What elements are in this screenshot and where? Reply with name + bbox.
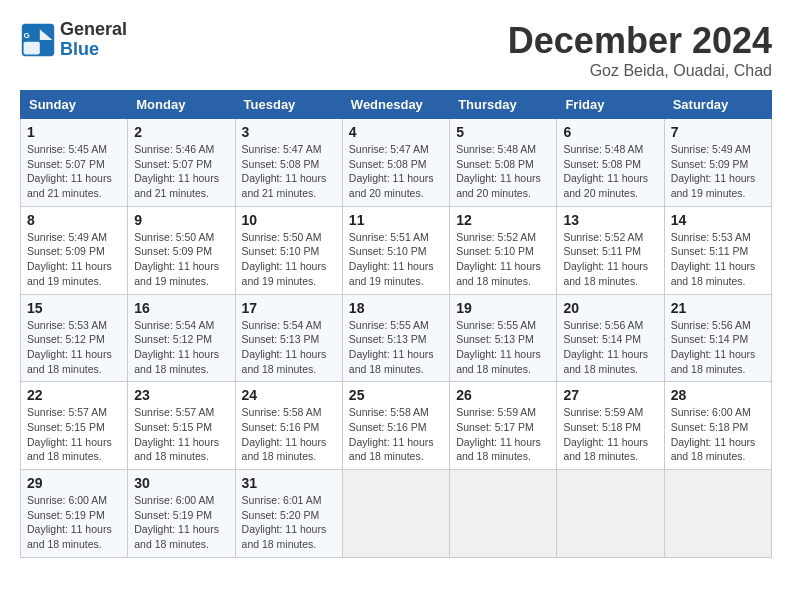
day-info: Sunrise: 5:46 AM Sunset: 5:07 PM Dayligh…	[134, 142, 228, 201]
day-info: Sunrise: 5:59 AM Sunset: 5:18 PM Dayligh…	[563, 405, 657, 464]
logo-line2: Blue	[60, 40, 127, 60]
weekday-header-saturday: Saturday	[664, 91, 771, 119]
day-number: 10	[242, 212, 336, 228]
calendar-day-14: 14Sunrise: 5:53 AM Sunset: 5:11 PM Dayli…	[664, 206, 771, 294]
logo: G General Blue	[20, 20, 127, 60]
day-info: Sunrise: 5:58 AM Sunset: 5:16 PM Dayligh…	[242, 405, 336, 464]
day-number: 4	[349, 124, 443, 140]
day-info: Sunrise: 5:55 AM Sunset: 5:13 PM Dayligh…	[349, 318, 443, 377]
day-number: 6	[563, 124, 657, 140]
calendar-day-8: 8Sunrise: 5:49 AM Sunset: 5:09 PM Daylig…	[21, 206, 128, 294]
weekday-header-wednesday: Wednesday	[342, 91, 449, 119]
weekday-header-thursday: Thursday	[450, 91, 557, 119]
day-info: Sunrise: 5:54 AM Sunset: 5:13 PM Dayligh…	[242, 318, 336, 377]
calendar-day-22: 22Sunrise: 5:57 AM Sunset: 5:15 PM Dayli…	[21, 382, 128, 470]
calendar-day-2: 2Sunrise: 5:46 AM Sunset: 5:07 PM Daylig…	[128, 119, 235, 207]
empty-cell	[342, 470, 449, 558]
calendar-week-3: 15Sunrise: 5:53 AM Sunset: 5:12 PM Dayli…	[21, 294, 772, 382]
weekday-header-friday: Friday	[557, 91, 664, 119]
calendar-day-3: 3Sunrise: 5:47 AM Sunset: 5:08 PM Daylig…	[235, 119, 342, 207]
calendar-day-24: 24Sunrise: 5:58 AM Sunset: 5:16 PM Dayli…	[235, 382, 342, 470]
location-title: Goz Beida, Ouadai, Chad	[508, 62, 772, 80]
day-number: 30	[134, 475, 228, 491]
day-info: Sunrise: 5:51 AM Sunset: 5:10 PM Dayligh…	[349, 230, 443, 289]
day-number: 1	[27, 124, 121, 140]
empty-cell	[664, 470, 771, 558]
day-info: Sunrise: 5:56 AM Sunset: 5:14 PM Dayligh…	[671, 318, 765, 377]
empty-cell	[450, 470, 557, 558]
day-info: Sunrise: 5:57 AM Sunset: 5:15 PM Dayligh…	[134, 405, 228, 464]
calendar-day-13: 13Sunrise: 5:52 AM Sunset: 5:11 PM Dayli…	[557, 206, 664, 294]
calendar-week-5: 29Sunrise: 6:00 AM Sunset: 5:19 PM Dayli…	[21, 470, 772, 558]
weekday-header-monday: Monday	[128, 91, 235, 119]
page-header: G General Blue December 2024 Goz Beida, …	[20, 20, 772, 80]
weekday-header-sunday: Sunday	[21, 91, 128, 119]
day-number: 15	[27, 300, 121, 316]
calendar-day-7: 7Sunrise: 5:49 AM Sunset: 5:09 PM Daylig…	[664, 119, 771, 207]
day-number: 13	[563, 212, 657, 228]
day-number: 17	[242, 300, 336, 316]
day-number: 2	[134, 124, 228, 140]
calendar-day-26: 26Sunrise: 5:59 AM Sunset: 5:17 PM Dayli…	[450, 382, 557, 470]
day-number: 16	[134, 300, 228, 316]
month-title: December 2024	[508, 20, 772, 62]
day-info: Sunrise: 5:49 AM Sunset: 5:09 PM Dayligh…	[27, 230, 121, 289]
calendar-day-9: 9Sunrise: 5:50 AM Sunset: 5:09 PM Daylig…	[128, 206, 235, 294]
day-number: 27	[563, 387, 657, 403]
calendar-day-17: 17Sunrise: 5:54 AM Sunset: 5:13 PM Dayli…	[235, 294, 342, 382]
calendar-day-10: 10Sunrise: 5:50 AM Sunset: 5:10 PM Dayli…	[235, 206, 342, 294]
logo-icon: G	[20, 22, 56, 58]
day-number: 29	[27, 475, 121, 491]
day-number: 7	[671, 124, 765, 140]
calendar-week-2: 8Sunrise: 5:49 AM Sunset: 5:09 PM Daylig…	[21, 206, 772, 294]
day-number: 22	[27, 387, 121, 403]
day-info: Sunrise: 5:47 AM Sunset: 5:08 PM Dayligh…	[349, 142, 443, 201]
day-number: 5	[456, 124, 550, 140]
day-info: Sunrise: 5:50 AM Sunset: 5:09 PM Dayligh…	[134, 230, 228, 289]
day-info: Sunrise: 5:48 AM Sunset: 5:08 PM Dayligh…	[456, 142, 550, 201]
calendar-day-11: 11Sunrise: 5:51 AM Sunset: 5:10 PM Dayli…	[342, 206, 449, 294]
calendar-day-25: 25Sunrise: 5:58 AM Sunset: 5:16 PM Dayli…	[342, 382, 449, 470]
calendar-day-1: 1Sunrise: 5:45 AM Sunset: 5:07 PM Daylig…	[21, 119, 128, 207]
day-info: Sunrise: 5:49 AM Sunset: 5:09 PM Dayligh…	[671, 142, 765, 201]
day-info: Sunrise: 6:00 AM Sunset: 5:18 PM Dayligh…	[671, 405, 765, 464]
day-number: 25	[349, 387, 443, 403]
day-info: Sunrise: 5:50 AM Sunset: 5:10 PM Dayligh…	[242, 230, 336, 289]
weekday-header-row: SundayMondayTuesdayWednesdayThursdayFrid…	[21, 91, 772, 119]
empty-cell	[557, 470, 664, 558]
day-info: Sunrise: 5:52 AM Sunset: 5:11 PM Dayligh…	[563, 230, 657, 289]
calendar-day-27: 27Sunrise: 5:59 AM Sunset: 5:18 PM Dayli…	[557, 382, 664, 470]
day-info: Sunrise: 5:53 AM Sunset: 5:12 PM Dayligh…	[27, 318, 121, 377]
day-number: 26	[456, 387, 550, 403]
day-info: Sunrise: 5:55 AM Sunset: 5:13 PM Dayligh…	[456, 318, 550, 377]
day-info: Sunrise: 5:54 AM Sunset: 5:12 PM Dayligh…	[134, 318, 228, 377]
calendar-day-21: 21Sunrise: 5:56 AM Sunset: 5:14 PM Dayli…	[664, 294, 771, 382]
calendar-day-28: 28Sunrise: 6:00 AM Sunset: 5:18 PM Dayli…	[664, 382, 771, 470]
day-number: 20	[563, 300, 657, 316]
day-info: Sunrise: 6:00 AM Sunset: 5:19 PM Dayligh…	[27, 493, 121, 552]
calendar-day-19: 19Sunrise: 5:55 AM Sunset: 5:13 PM Dayli…	[450, 294, 557, 382]
calendar-day-15: 15Sunrise: 5:53 AM Sunset: 5:12 PM Dayli…	[21, 294, 128, 382]
calendar-day-23: 23Sunrise: 5:57 AM Sunset: 5:15 PM Dayli…	[128, 382, 235, 470]
calendar-day-31: 31Sunrise: 6:01 AM Sunset: 5:20 PM Dayli…	[235, 470, 342, 558]
calendar-body: 1Sunrise: 5:45 AM Sunset: 5:07 PM Daylig…	[21, 119, 772, 558]
day-number: 14	[671, 212, 765, 228]
calendar-day-29: 29Sunrise: 6:00 AM Sunset: 5:19 PM Dayli…	[21, 470, 128, 558]
day-info: Sunrise: 6:00 AM Sunset: 5:19 PM Dayligh…	[134, 493, 228, 552]
day-number: 11	[349, 212, 443, 228]
title-area: December 2024 Goz Beida, Ouadai, Chad	[508, 20, 772, 80]
day-number: 18	[349, 300, 443, 316]
calendar-day-18: 18Sunrise: 5:55 AM Sunset: 5:13 PM Dayli…	[342, 294, 449, 382]
calendar-day-4: 4Sunrise: 5:47 AM Sunset: 5:08 PM Daylig…	[342, 119, 449, 207]
calendar-day-12: 12Sunrise: 5:52 AM Sunset: 5:10 PM Dayli…	[450, 206, 557, 294]
day-number: 24	[242, 387, 336, 403]
calendar-day-30: 30Sunrise: 6:00 AM Sunset: 5:19 PM Dayli…	[128, 470, 235, 558]
day-number: 23	[134, 387, 228, 403]
day-number: 8	[27, 212, 121, 228]
day-number: 3	[242, 124, 336, 140]
day-info: Sunrise: 6:01 AM Sunset: 5:20 PM Dayligh…	[242, 493, 336, 552]
calendar-week-1: 1Sunrise: 5:45 AM Sunset: 5:07 PM Daylig…	[21, 119, 772, 207]
weekday-header-tuesday: Tuesday	[235, 91, 342, 119]
svg-rect-2	[24, 42, 40, 55]
svg-text:G: G	[24, 31, 30, 40]
